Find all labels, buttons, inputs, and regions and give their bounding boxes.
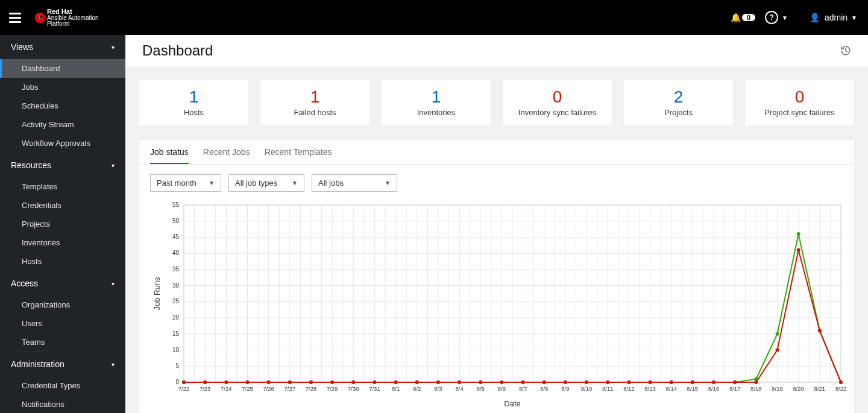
svg-text:8/7: 8/7 bbox=[519, 385, 527, 392]
svg-text:20: 20 bbox=[172, 314, 180, 321]
summary-card-value: 0 bbox=[750, 87, 849, 107]
svg-text:45: 45 bbox=[172, 233, 180, 240]
svg-text:8/20: 8/20 bbox=[793, 385, 804, 392]
sidebar-section-views[interactable]: Views▾ bbox=[0, 35, 125, 59]
summary-card-label: Projects bbox=[629, 108, 728, 117]
sidebar-section-label: Views bbox=[11, 42, 33, 52]
svg-text:8/2: 8/2 bbox=[413, 385, 421, 392]
svg-point-183 bbox=[839, 380, 843, 384]
main-content: Dashboard 1Hosts1Failed hosts1Inventorie… bbox=[125, 35, 868, 413]
svg-text:7/28: 7/28 bbox=[306, 385, 317, 392]
sidebar-item-schedules[interactable]: Schedules bbox=[0, 96, 125, 115]
sidebar-section-administration[interactable]: Administration▾ bbox=[0, 352, 125, 376]
sidebar-item-workflow-approvals[interactable]: Workflow Approvals bbox=[0, 134, 125, 153]
filter-value: All job types bbox=[235, 178, 277, 188]
svg-point-168 bbox=[521, 380, 525, 384]
svg-text:8/22: 8/22 bbox=[835, 385, 847, 392]
svg-text:30: 30 bbox=[172, 282, 180, 289]
summary-card-project-sync-failures[interactable]: 0Project sync failures bbox=[744, 80, 855, 126]
svg-text:8/8: 8/8 bbox=[540, 385, 548, 392]
tab-recent-jobs[interactable]: Recent Jobs bbox=[203, 147, 250, 164]
svg-text:8/21: 8/21 bbox=[814, 385, 826, 392]
brand-name: Red Hat bbox=[47, 8, 99, 15]
summary-card-hosts[interactable]: 1Hosts bbox=[139, 80, 249, 126]
sidebar-item-activity-stream[interactable]: Activity Stream bbox=[0, 115, 125, 134]
sidebar-item-projects[interactable]: Projects bbox=[0, 215, 125, 233]
svg-text:8/14: 8/14 bbox=[665, 385, 677, 392]
svg-text:8/4: 8/4 bbox=[455, 385, 463, 392]
bell-icon: 🔔 bbox=[731, 13, 741, 22]
svg-point-179 bbox=[754, 380, 758, 384]
svg-text:8/19: 8/19 bbox=[772, 385, 783, 392]
nav-toggle-button[interactable] bbox=[6, 8, 24, 27]
svg-text:7/23: 7/23 bbox=[200, 385, 211, 392]
svg-point-181 bbox=[797, 248, 800, 252]
svg-text:40: 40 bbox=[172, 250, 180, 256]
sidebar-item-credentials[interactable]: Credentials bbox=[0, 196, 125, 215]
sidebar-item-dashboard[interactable]: Dashboard bbox=[0, 59, 125, 78]
filter-value: Past month bbox=[157, 178, 197, 188]
svg-text:8/17: 8/17 bbox=[729, 385, 741, 392]
svg-point-152 bbox=[182, 380, 186, 384]
redhat-icon: 🎩 bbox=[35, 13, 45, 23]
caret-down-icon: ▼ bbox=[782, 14, 788, 21]
svg-point-159 bbox=[330, 380, 334, 384]
svg-text:0: 0 bbox=[175, 379, 179, 385]
help-menu-button[interactable]: ? ▼ bbox=[765, 11, 788, 24]
sidebar-item-hosts[interactable]: Hosts bbox=[0, 252, 125, 271]
svg-point-149 bbox=[797, 232, 800, 236]
svg-text:8/15: 8/15 bbox=[687, 385, 699, 392]
svg-text:7/22: 7/22 bbox=[178, 385, 190, 392]
svg-point-158 bbox=[309, 380, 313, 384]
notifications-button[interactable]: 🔔 0 bbox=[731, 13, 755, 22]
filter-select-1[interactable]: All job types▼ bbox=[228, 174, 304, 192]
svg-text:50: 50 bbox=[172, 218, 180, 224]
summary-card-inventory-sync-failures[interactable]: 0Inventory sync failures bbox=[502, 80, 612, 126]
sidebar-item-templates[interactable]: Templates bbox=[0, 177, 125, 196]
sidebar-section-resources[interactable]: Resources▾ bbox=[0, 153, 125, 177]
summary-card-label: Inventory sync failures bbox=[508, 108, 607, 117]
filter-select-0[interactable]: Past month▼ bbox=[150, 174, 221, 192]
filter-value: All jobs bbox=[318, 178, 344, 188]
sidebar-section-access[interactable]: Access▾ bbox=[0, 271, 125, 295]
page-title: Dashboard bbox=[142, 42, 213, 59]
svg-text:8/9: 8/9 bbox=[561, 385, 569, 392]
svg-point-178 bbox=[733, 380, 737, 384]
summary-card-label: Inventories bbox=[386, 108, 486, 117]
svg-text:7/31: 7/31 bbox=[369, 385, 380, 392]
sidebar-item-users[interactable]: Users bbox=[0, 314, 125, 333]
svg-point-156 bbox=[267, 380, 271, 384]
summary-card-value: 1 bbox=[265, 87, 365, 107]
sidebar-nav[interactable]: Views▾DashboardJobsSchedulesActivity Str… bbox=[0, 35, 125, 413]
tabs: Job statusRecent JobsRecent Templates bbox=[139, 140, 854, 165]
summary-card-label: Failed hosts bbox=[265, 108, 365, 117]
svg-point-164 bbox=[436, 380, 440, 384]
summary-card-failed-hosts[interactable]: 1Failed hosts bbox=[260, 80, 370, 126]
sidebar-item-credential-types[interactable]: Credential Types bbox=[0, 376, 125, 395]
user-icon: 👤 bbox=[810, 13, 820, 22]
brand-product-line2: Platform bbox=[47, 21, 99, 27]
svg-text:10: 10 bbox=[172, 347, 180, 353]
svg-point-173 bbox=[627, 380, 631, 384]
activity-stream-button[interactable] bbox=[840, 45, 851, 56]
summary-card-inventories[interactable]: 1Inventories bbox=[381, 80, 491, 126]
svg-text:25: 25 bbox=[172, 298, 180, 304]
svg-text:55: 55 bbox=[172, 201, 180, 208]
svg-point-162 bbox=[394, 380, 398, 384]
summary-card-projects[interactable]: 2Projects bbox=[623, 80, 734, 126]
sidebar-item-notifications[interactable]: Notifications bbox=[0, 395, 125, 413]
user-menu-button[interactable]: 👤 admin ▼ bbox=[810, 13, 857, 22]
sidebar-item-organizations[interactable]: Organizations bbox=[0, 295, 125, 314]
filter-select-2[interactable]: All jobs▼ bbox=[312, 174, 397, 192]
sidebar-item-inventories[interactable]: Inventories bbox=[0, 233, 125, 252]
caret-down-icon: ▼ bbox=[209, 180, 215, 186]
tab-job-status[interactable]: Job status bbox=[150, 147, 189, 164]
sidebar-item-teams[interactable]: Teams bbox=[0, 333, 125, 352]
svg-text:8/3: 8/3 bbox=[434, 385, 442, 392]
svg-text:Job Runs: Job Runs bbox=[153, 277, 162, 310]
svg-text:7/24: 7/24 bbox=[221, 385, 232, 392]
svg-text:8/13: 8/13 bbox=[644, 385, 656, 392]
svg-point-157 bbox=[288, 380, 292, 384]
tab-recent-templates[interactable]: Recent Templates bbox=[265, 147, 332, 164]
sidebar-item-jobs[interactable]: Jobs bbox=[0, 78, 125, 96]
